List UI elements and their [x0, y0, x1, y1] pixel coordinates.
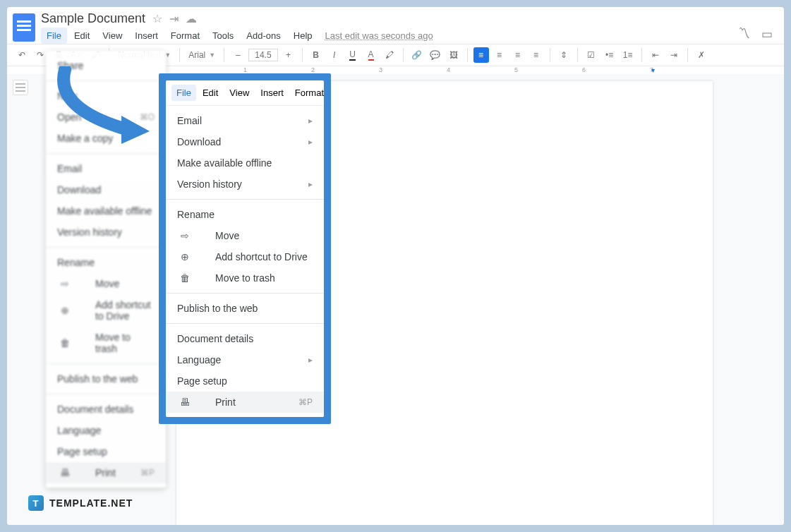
ruler-tick-4: 4 — [447, 66, 450, 73]
numbered-list-button[interactable]: 1≡ — [620, 47, 636, 63]
decrease-indent-button[interactable]: ⇤ — [648, 47, 663, 63]
menu-rename[interactable]: Rename — [46, 252, 166, 273]
highlight-button[interactable]: 🖍 — [382, 47, 397, 63]
title-action-icons: ☆ ⇥ ☁ — [152, 12, 197, 25]
menu-print[interactable]: 🖶Print⌘P — [46, 462, 166, 483]
callout-menubar: File Edit View Insert Format — [166, 80, 324, 105]
undo-button[interactable]: ↶ — [14, 47, 30, 63]
menu-help[interactable]: Help — [288, 28, 318, 44]
callout-details[interactable]: Document details — [166, 328, 324, 349]
template-net-watermark: T TEMPLATE.NET — [28, 495, 133, 511]
ruler-tick-5: 5 — [514, 66, 518, 73]
ruler-tick-3: 3 — [379, 66, 382, 73]
callout-menu-view[interactable]: View — [224, 85, 254, 101]
ruler-tick-1: 1 — [243, 66, 247, 73]
right-margin-indicator[interactable]: ▾ — [651, 66, 655, 74]
watermark-text: TEMPLATE.NET — [49, 497, 133, 509]
insert-image-button[interactable]: 🖼 — [446, 47, 461, 63]
clear-formatting-button[interactable]: ✗ — [694, 47, 709, 63]
bold-button[interactable]: B — [308, 47, 324, 63]
fontsize-decrease[interactable]: – — [230, 47, 246, 63]
chat-icon[interactable]: ▭ — [761, 27, 773, 42]
font-family-select[interactable]: Arial▼ — [186, 49, 218, 61]
ruler-tick-6: 6 — [582, 66, 586, 73]
menu-shortcut[interactable]: ⊕Add shortcut to Drive — [46, 294, 166, 327]
menu-publish[interactable]: Publish to the web — [46, 368, 166, 389]
text-color-button[interactable]: A — [363, 47, 379, 63]
callout-rename[interactable]: Rename — [166, 204, 324, 225]
docs-app-icon[interactable] — [13, 13, 35, 42]
menu-file[interactable]: File — [41, 28, 67, 44]
callout-menu-file[interactable]: File — [171, 85, 196, 101]
menu-addons[interactable]: Add-ons — [241, 28, 286, 44]
annotation-arrow-icon — [51, 66, 157, 144]
insert-comment-button[interactable]: 💬 — [428, 47, 443, 63]
fontsize-input[interactable]: 14.5 — [248, 49, 277, 61]
menu-email[interactable]: Email — [46, 158, 166, 179]
document-outline-icon[interactable] — [13, 80, 28, 95]
menu-details[interactable]: Document details — [46, 399, 166, 420]
callout-dropdown: Email▸ Download▸ Make available offline … — [166, 105, 324, 417]
main-menubar: File Edit View Insert Format Tools Add-o… — [41, 28, 433, 44]
callout-menu-insert[interactable]: Insert — [255, 85, 289, 101]
callout-version[interactable]: Version history▸ — [166, 174, 324, 195]
menu-pagesetup[interactable]: Page setup — [46, 441, 166, 462]
callout-download[interactable]: Download▸ — [166, 131, 324, 152]
align-justify-button[interactable]: ≡ — [529, 47, 544, 63]
cloud-saved-icon[interactable]: ☁ — [186, 12, 197, 25]
menu-edit[interactable]: Edit — [68, 28, 95, 44]
callout-offline[interactable]: Make available offline — [166, 152, 324, 174]
fontsize-increase[interactable]: + — [281, 47, 296, 63]
font-family-label: Arial — [188, 50, 205, 60]
menu-view[interactable]: View — [97, 28, 128, 44]
menu-tools[interactable]: Tools — [207, 28, 239, 44]
star-icon[interactable]: ☆ — [152, 12, 162, 25]
callout-panel: File Edit View Insert Format Email▸ Down… — [159, 73, 331, 424]
callout-pagesetup[interactable]: Page setup — [166, 370, 324, 392]
menu-language[interactable]: Language — [46, 420, 166, 441]
bulleted-list-button[interactable]: •≡ — [602, 47, 617, 63]
callout-trash[interactable]: 🗑Move to trash — [166, 267, 324, 289]
last-edit-link[interactable]: Last edit was seconds ago — [325, 30, 433, 41]
checklist-button[interactable]: ☑ — [584, 47, 599, 63]
callout-email[interactable]: Email▸ — [166, 110, 324, 131]
increase-indent-button[interactable]: ⇥ — [666, 47, 682, 63]
line-spacing-button[interactable]: ⇕ — [556, 47, 572, 63]
ruler-tick-2: 2 — [311, 66, 315, 73]
insert-link-button[interactable]: 🔗 — [409, 47, 425, 63]
menu-download[interactable]: Download — [46, 179, 166, 200]
menu-insert[interactable]: Insert — [129, 28, 164, 44]
align-left-button[interactable]: ≡ — [473, 47, 489, 63]
callout-move[interactable]: ⇨Move — [166, 225, 324, 246]
callout-menu-format[interactable]: Format — [290, 85, 329, 101]
underline-button[interactable]: U — [345, 47, 361, 63]
document-title[interactable]: Sample Document — [41, 11, 145, 26]
menu-version[interactable]: Version history — [46, 222, 166, 243]
callout-publish[interactable]: Publish to the web — [166, 298, 324, 319]
menu-trash[interactable]: 🗑Move to trash — [46, 327, 166, 359]
move-folder-icon[interactable]: ⇥ — [169, 12, 179, 25]
menu-offline[interactable]: Make available offline — [46, 200, 166, 222]
align-center-button[interactable]: ≡ — [492, 47, 507, 63]
menu-format[interactable]: Format — [165, 28, 205, 44]
callout-language[interactable]: Language▸ — [166, 349, 324, 370]
align-right-button[interactable]: ≡ — [510, 47, 526, 63]
callout-print[interactable]: 🖶Print⌘P — [166, 392, 324, 413]
menu-move[interactable]: ⇨Move — [46, 273, 166, 294]
callout-menu-edit[interactable]: Edit — [198, 85, 223, 101]
italic-button[interactable]: I — [327, 47, 342, 63]
callout-shortcut[interactable]: ⊕Add shortcut to Drive — [166, 246, 324, 267]
trend-icon[interactable]: 〽 — [738, 27, 750, 42]
template-t-icon: T — [28, 495, 44, 511]
